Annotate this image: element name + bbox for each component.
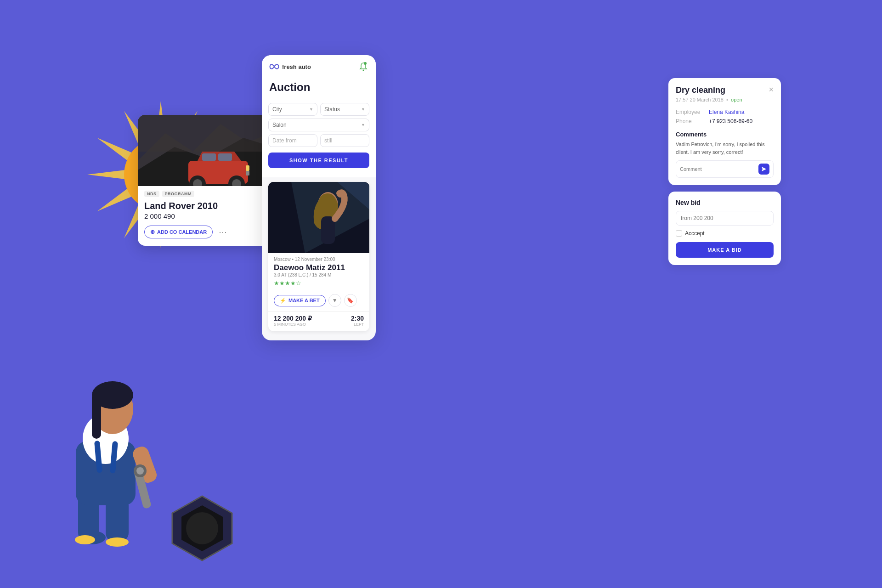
time-left: 2:30 [351, 315, 364, 322]
employee-name: Elena Kashina [709, 109, 744, 115]
person-illustration [41, 358, 170, 551]
more-options-button[interactable]: ⋯ [216, 226, 229, 238]
auction-app-header: fresh auto [262, 55, 376, 75]
employee-label: Employee [676, 109, 703, 115]
svg-point-17 [106, 537, 129, 547]
hex-decoration [165, 492, 239, 565]
card-tags: NDS PROGRAMM [138, 186, 280, 199]
comments-title: Comments [676, 131, 774, 138]
comment-input-row [676, 160, 774, 178]
dry-cleaning-timestamp: 17:57 20 March 2018 [676, 97, 724, 102]
new-bid-title: New bid [676, 199, 774, 206]
show-result-button[interactable]: SHOW THE RESULT [268, 153, 369, 168]
phone-label: Phone [676, 118, 703, 124]
make-bet-button[interactable]: ⚡ MAKE A BET [274, 295, 326, 306]
svg-rect-46 [246, 171, 249, 175]
card-price: 2 000 490 [138, 212, 280, 226]
date-filter-row: Date from still [262, 131, 376, 147]
close-button[interactable]: × [769, 85, 774, 94]
make-bid-button[interactable]: MAKE A BID [676, 242, 774, 258]
listing-car-image [268, 182, 369, 253]
bid-amount-input[interactable] [676, 211, 774, 226]
svg-point-26 [136, 467, 144, 475]
svg-rect-39 [202, 153, 216, 161]
svg-marker-58 [762, 167, 766, 171]
listing-title: Daewoo Matiz 2011 [274, 263, 364, 272]
listing-stars: ★★★★☆ [274, 280, 364, 287]
infinity-logo-icon [269, 63, 279, 70]
listing-price-row: 12 200 200 ₽ 5 MINUTES AGO 2:30 LEFT [268, 311, 369, 331]
tag-nds: NDS [144, 191, 159, 197]
right-panels: Dry cleaning × 17:57 20 March 2018 • ope… [668, 78, 781, 265]
svg-rect-40 [218, 153, 232, 161]
send-comment-button[interactable] [758, 164, 769, 175]
svg-rect-22 [92, 393, 101, 439]
daewoo-listing-card: Moscow • 12 November 23:00 Daewoo Matiz … [268, 182, 369, 331]
dry-cleaning-title: Dry cleaning [676, 85, 725, 95]
status-label: Status [324, 106, 340, 113]
svg-rect-45 [246, 165, 249, 171]
phone-value: +7 923 506-69-60 [709, 118, 752, 124]
accept-checkbox[interactable] [676, 230, 682, 237]
city-chevron-icon: ▼ [309, 107, 313, 112]
chevron-down-icon: ▼ [332, 297, 338, 304]
comment-input[interactable] [680, 166, 756, 172]
svg-point-15 [75, 535, 95, 544]
employee-row: Employee Elena Kashina [676, 109, 774, 115]
send-icon [761, 166, 767, 172]
new-bid-panel: New bid Acccept MAKE A BID [668, 192, 781, 265]
listing-location: Moscow • 12 November 23:00 [274, 257, 364, 262]
listing-price: 12 200 200 ₽ [274, 315, 312, 322]
salon-chevron-icon: ▼ [361, 123, 365, 127]
logo-text: fresh auto [282, 63, 311, 70]
add-calendar-label: ADD CO CALENDAR [157, 229, 207, 235]
comments-section: Comments Vadim Petrovich, I'm sorry, I s… [676, 131, 774, 178]
accept-row: Acccept [676, 230, 774, 237]
listing-spec: 3.0 AT (238 L.C.) / 15 284 M [274, 272, 364, 277]
bookmark-button[interactable]: 🔖 [344, 294, 357, 307]
svg-rect-57 [268, 182, 369, 253]
svg-point-31 [186, 512, 218, 544]
landrover-card: NDS PROGRAMM Land Rover 2010 2 000 490 ⊕… [138, 115, 280, 246]
comment-content: Vadim Petrovich, I'm sorry, I spoiled th… [676, 141, 774, 156]
dry-cleaning-meta: 17:57 20 March 2018 • open [676, 97, 774, 102]
salon-filter[interactable]: Salon ▼ [268, 119, 369, 131]
city-filter[interactable]: City ▼ [268, 103, 317, 116]
salon-label: Salon [272, 122, 287, 128]
add-calendar-button[interactable]: ⊕ ADD CO CALENDAR [144, 226, 213, 238]
status-chevron-icon: ▼ [361, 107, 365, 112]
accept-label: Acccept [685, 230, 705, 237]
city-label: City [272, 106, 282, 113]
salon-filter-wrapper: Salon ▼ [262, 116, 376, 131]
card-title: Land Rover 2010 [138, 199, 280, 212]
expand-button[interactable]: ▼ [328, 294, 341, 307]
svg-point-48 [363, 70, 364, 71]
dry-cleaning-header: Dry cleaning × [676, 85, 774, 95]
time-sub: LEFT [351, 322, 364, 327]
phone-row: Phone +7 923 506-69-60 [676, 118, 774, 124]
date-still-input[interactable]: still [320, 134, 369, 147]
car-image [138, 115, 280, 186]
tag-programm: PROGRAMM [162, 191, 195, 197]
logo-area: fresh auto [269, 63, 311, 70]
city-status-filter-row: City ▼ Status ▼ [262, 98, 376, 116]
notification-bell-icon[interactable] [358, 62, 368, 72]
svg-rect-36 [138, 115, 280, 152]
lightning-icon: ⚡ [280, 298, 286, 304]
auction-title: Auction [262, 75, 376, 98]
status-indicator: open [731, 97, 742, 102]
listing-content: Moscow • 12 November 23:00 Daewoo Matiz … [268, 253, 369, 294]
listing-actions: ⚡ MAKE A BET ▼ 🔖 [268, 294, 369, 311]
make-bet-label: MAKE A BET [288, 298, 320, 303]
dry-cleaning-panel: Dry cleaning × 17:57 20 March 2018 • ope… [668, 78, 781, 185]
price-timestamp: 5 MINUTES AGO [274, 322, 312, 327]
auction-panel: fresh auto Auction City ▼ Status ▼ Salon… [262, 55, 376, 340]
status-filter[interactable]: Status ▼ [320, 103, 369, 116]
calendar-icon: ⊕ [150, 229, 155, 235]
bookmark-icon: 🔖 [347, 297, 354, 304]
svg-point-49 [364, 62, 367, 65]
date-from-input[interactable]: Date from [268, 134, 317, 147]
